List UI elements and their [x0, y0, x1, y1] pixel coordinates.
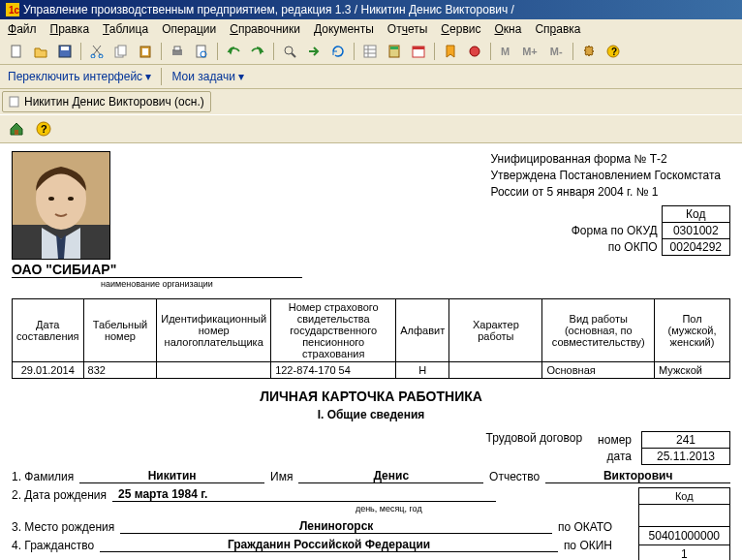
my-tasks-link[interactable]: Мои задачи ▾ [171, 70, 244, 83]
mem-mminus[interactable]: M- [545, 41, 568, 62]
print-icon[interactable] [167, 41, 188, 62]
titlebar: 1c Управление производственным предприят… [0, 0, 742, 19]
svg-rect-8 [118, 46, 126, 55]
menu-table[interactable]: Таблица [103, 22, 148, 36]
svg-rect-10 [142, 48, 148, 55]
card-title: ЛИЧНАЯ КАРТОЧКА РАБОТНИКА [12, 389, 730, 404]
preview-icon[interactable] [191, 41, 212, 62]
calc-icon[interactable] [384, 41, 405, 62]
doc-icon [9, 96, 20, 108]
dob-hint: день, месяц, год [12, 504, 632, 513]
svg-rect-24 [413, 47, 424, 49]
mem-mplus[interactable]: M+ [517, 41, 542, 62]
section-title: I. Общие сведения [12, 408, 730, 421]
undo-icon[interactable] [223, 41, 244, 62]
home-icon[interactable] [6, 118, 27, 140]
open-icon[interactable] [30, 41, 51, 62]
menu-service[interactable]: Сервис [441, 22, 480, 36]
menu-file[interactable]: Файл [8, 22, 37, 36]
copy-icon[interactable] [110, 41, 132, 62]
menu-edit[interactable]: Правка [50, 22, 90, 36]
approval-block: Унифицированная форма № Т-2 Утверждена П… [490, 151, 721, 200]
menubar: Файл Правка Таблица Операции Справочники… [0, 19, 742, 39]
svg-rect-2 [12, 46, 20, 57]
doc-tab-label: Никитин Денис Викторович (осн.) [24, 95, 204, 109]
settings-icon[interactable] [578, 41, 600, 62]
go-icon[interactable] [303, 41, 325, 62]
citizenship-row: 4. Гражданство Гражданин Российской Феде… [12, 538, 612, 552]
svg-point-36 [68, 197, 74, 201]
svg-text:?: ? [41, 123, 47, 135]
employee-photo [12, 151, 110, 260]
svg-rect-29 [15, 130, 18, 135]
redo-icon[interactable] [247, 41, 268, 62]
tool-icon[interactable] [464, 41, 485, 62]
help2-icon[interactable]: ? [33, 118, 54, 140]
calendar-icon[interactable] [408, 41, 429, 62]
search-icon[interactable] [279, 41, 300, 62]
name-row: 1. Фамилия Никитин Имя Денис Отчество Ви… [12, 469, 730, 483]
menu-documents[interactable]: Документы [314, 22, 374, 36]
new-icon[interactable] [6, 41, 27, 62]
svg-point-35 [48, 197, 54, 201]
svg-rect-4 [61, 47, 69, 50]
svg-rect-22 [390, 47, 398, 49]
paste-icon[interactable] [135, 41, 156, 62]
svg-rect-12 [174, 47, 180, 50]
menu-references[interactable]: Справочники [230, 22, 300, 36]
svg-text:?: ? [611, 47, 617, 57]
cut-icon[interactable] [86, 41, 108, 62]
main-toolbar: M M+ M- ? [0, 39, 742, 65]
refresh-icon[interactable] [327, 41, 349, 62]
sub-toolbar: Переключить интерфейс ▾ Мои задачи ▾ [0, 65, 742, 89]
app-icon: 1c [6, 3, 19, 16]
company-hint: наименование организации [12, 279, 302, 289]
svg-line-16 [292, 53, 295, 57]
menu-help[interactable]: Справка [535, 22, 580, 36]
save-icon[interactable] [54, 41, 76, 62]
side-code-table: Код 50401000000 1 [638, 487, 730, 560]
svg-point-25 [470, 47, 479, 56]
document-tab[interactable]: Никитин Денис Викторович (осн.) [2, 91, 211, 112]
header-table: Дата составления Табельный номер Идентиф… [12, 298, 730, 379]
pob-row: 3. Место рождения Лениногорск по ОКАТО [12, 519, 612, 534]
company-name: ОАО "СИБИАР" [12, 262, 302, 278]
svg-rect-28 [10, 97, 18, 107]
title-text: Управление производственным предприятием… [23, 3, 514, 16]
help-icon[interactable]: ? [603, 41, 624, 62]
table-row: 29.01.2014 832 122-874-170 54 Н Основная… [13, 362, 730, 379]
menu-operations[interactable]: Операции [162, 22, 216, 36]
grid-icon[interactable] [359, 41, 381, 62]
local-toolbar: ? [0, 114, 742, 143]
switch-interface-link[interactable]: Переключить интерфейс ▾ [8, 70, 151, 83]
contract-block: Трудовой договор номер241 дата25.11.2013 [12, 431, 730, 465]
dob-row: 2. Дата рождения 25 марта 1984 г. [12, 487, 496, 502]
svg-text:1c: 1c [9, 5, 19, 16]
report-area: ОАО "СИБИАР" наименование организации Ун… [0, 143, 742, 560]
menu-windows[interactable]: Окна [494, 22, 521, 36]
svg-point-15 [285, 47, 293, 54]
menu-reports[interactable]: Отчеты [387, 22, 428, 36]
bookmark-icon[interactable] [440, 41, 461, 62]
avatar-icon [13, 152, 109, 259]
code-block: Код Форма по ОКУД0301002 по ОКПО00204292 [490, 205, 730, 256]
svg-rect-17 [364, 46, 376, 57]
mem-m[interactable]: M [496, 41, 514, 62]
